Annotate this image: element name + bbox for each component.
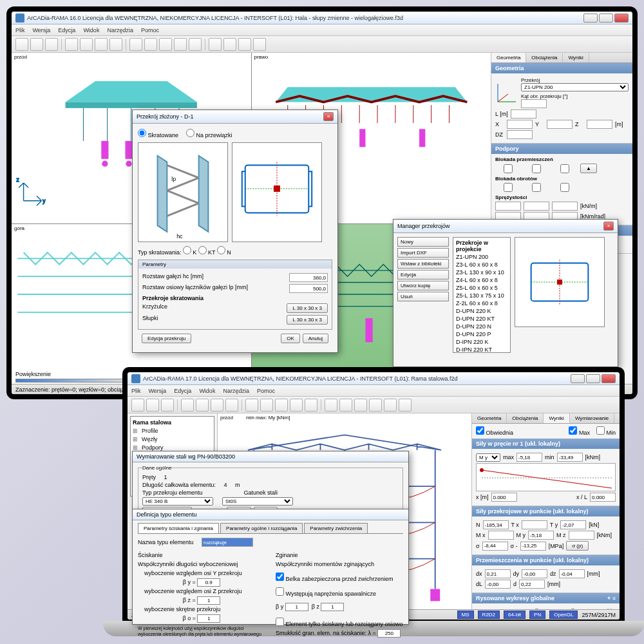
bz-input[interactable] <box>197 596 220 605</box>
kat-input[interactable] <box>521 99 547 108</box>
bp-x[interactable] <box>495 164 521 173</box>
bo-input[interactable] <box>197 614 220 623</box>
chk-spawalnicze[interactable]: Występują naprężenia spawalnicze <box>276 591 376 597</box>
mgr-wstaw-button[interactable]: Wstaw z biblioteki <box>397 259 449 269</box>
mgr-import-button[interactable]: Import DXF <box>397 248 449 258</box>
profil-select[interactable]: HE 340 B <box>142 497 213 506</box>
toolbar-button[interactable] <box>109 38 122 51</box>
close-icon[interactable]: × <box>323 112 334 121</box>
xl-input[interactable] <box>590 493 616 502</box>
tab-geometria[interactable]: Geometria <box>472 413 507 423</box>
menu-plik[interactable]: Plik <box>15 27 25 33</box>
sigma-p-button[interactable]: σ (p) <box>566 541 589 551</box>
nazwa-input[interactable] <box>202 538 253 547</box>
chk-osiowo[interactable]: Element tylko ściskany lub rozciągany os… <box>276 621 403 627</box>
edycja-przekroju-button[interactable]: Edycja przekroju <box>142 334 191 343</box>
slupki-btn[interactable]: L 30 x 30 x 3 <box>287 315 328 325</box>
toolbar-button[interactable] <box>161 399 174 412</box>
hc-input[interactable] <box>289 273 328 282</box>
mgr-usun-button[interactable]: Usuń <box>397 292 449 301</box>
y-input[interactable] <box>547 120 573 129</box>
tab-rozciaganie[interactable]: Parametry ogólne i rozciągania <box>220 523 303 533</box>
mgr-nowy-button[interactable]: Nowy <box>397 237 449 247</box>
bo-z[interactable] <box>552 183 578 192</box>
ok-button[interactable]: OK <box>281 334 300 343</box>
anuluj-button[interactable]: Anuluj <box>303 334 328 343</box>
podpora-icon-button[interactable]: ▲ <box>580 164 597 173</box>
menu-edycja[interactable]: Edycja <box>58 27 75 33</box>
toolbar-button[interactable] <box>65 38 78 51</box>
radio-kt[interactable]: KT <box>198 249 216 256</box>
krzyzulce-btn[interactable]: L 30 x 30 x 3 <box>287 303 328 313</box>
min-check[interactable]: Min <box>596 426 616 436</box>
toolbar-button[interactable] <box>129 38 142 51</box>
toolbar-button[interactable] <box>174 38 187 51</box>
chk-zwichrzenie[interactable]: Belka zabezpieczona przed zwichrzeniem <box>276 576 393 582</box>
menu-pomoc[interactable]: Pomoc <box>257 388 275 394</box>
toolbar-button[interactable] <box>384 399 397 412</box>
zoom-slider[interactable] <box>15 379 131 383</box>
bo-x[interactable] <box>495 183 521 192</box>
toolbar-button[interactable] <box>144 38 157 51</box>
toolbar-button[interactable] <box>30 38 43 51</box>
toolbar-button[interactable] <box>245 399 258 412</box>
radio-n[interactable]: N <box>217 249 231 256</box>
maximize-button[interactable] <box>586 374 600 383</box>
toolbar-button[interactable] <box>15 38 28 51</box>
toolbar-button[interactable] <box>260 399 273 412</box>
toolbar-button[interactable] <box>159 38 172 51</box>
menu-plik[interactable]: Plik <box>131 388 141 394</box>
min-input[interactable] <box>557 453 583 462</box>
by2-input[interactable] <box>285 603 308 611</box>
radio-przewiazki[interactable]: Na przewiązki <box>186 129 232 138</box>
radio-skratowane[interactable]: Skratowane <box>138 129 178 138</box>
toolbar-button[interactable] <box>45 38 58 51</box>
z-input[interactable] <box>587 120 612 129</box>
tab-obciazenia[interactable]: Obciążenia <box>507 413 544 423</box>
force-select[interactable]: M y <box>476 453 500 462</box>
by-input[interactable] <box>197 578 220 587</box>
przekroje-list[interactable]: Przekroje w projekcie Z1-UPN 200Z3-L 60 … <box>453 237 511 353</box>
toolbar-button[interactable] <box>275 399 288 412</box>
menu-widok[interactable]: Widok <box>83 27 99 33</box>
toolbar-button[interactable] <box>225 399 238 412</box>
tab-obciazenia[interactable]: Obciążenia <box>526 53 563 62</box>
spr-3[interactable] <box>552 202 578 211</box>
toolbar-button[interactable] <box>369 399 382 412</box>
tab-wyniki[interactable]: Wyniki <box>544 413 569 423</box>
menu-wersja[interactable]: Wersja <box>149 388 167 394</box>
bo-y[interactable] <box>524 183 549 192</box>
tab-geometria[interactable]: Geometria <box>491 53 526 62</box>
toolbar-button[interactable] <box>339 399 352 412</box>
menu-pomoc[interactable]: Pomoc <box>141 27 159 33</box>
menu-wersja[interactable]: Wersja <box>33 27 51 33</box>
bz2-input[interactable] <box>321 603 344 611</box>
obwiednia-check[interactable]: Obwiednia <box>476 426 513 436</box>
toolbar-button[interactable] <box>305 399 317 412</box>
close-button[interactable] <box>601 374 616 383</box>
spr-2[interactable] <box>524 202 549 211</box>
bp-z[interactable] <box>552 164 578 173</box>
toolbar-button[interactable] <box>290 399 303 412</box>
tab-wymiarowanie[interactable]: Wymiarowanie <box>570 413 614 423</box>
max-check[interactable]: Max <box>569 426 590 436</box>
stal-select[interactable]: St0S <box>222 497 293 506</box>
tab-sciskanie[interactable]: Parametry ściskania i zginania <box>138 523 219 533</box>
toolbar-button[interactable] <box>354 399 367 412</box>
L-input[interactable] <box>511 109 536 118</box>
tab-wyniki[interactable]: Wyniki <box>563 53 589 62</box>
toolbar-button[interactable] <box>95 38 108 51</box>
mgr-kopia-button[interactable]: Utwórz kopię <box>397 281 449 290</box>
dz-input[interactable] <box>507 130 533 139</box>
bp-y[interactable] <box>524 164 549 173</box>
close-button[interactable] <box>614 14 629 23</box>
tree-item[interactable]: Węzły <box>133 435 212 444</box>
lp-input[interactable] <box>289 284 328 293</box>
spr-1[interactable] <box>495 202 521 211</box>
toolbar-button[interactable] <box>253 38 266 51</box>
minimize-button[interactable] <box>571 374 585 383</box>
minimize-button[interactable] <box>583 14 598 23</box>
menu-narzedzia[interactable]: Narzędzia <box>223 388 249 394</box>
max-input[interactable] <box>516 453 542 462</box>
maximize-button[interactable] <box>599 14 613 23</box>
